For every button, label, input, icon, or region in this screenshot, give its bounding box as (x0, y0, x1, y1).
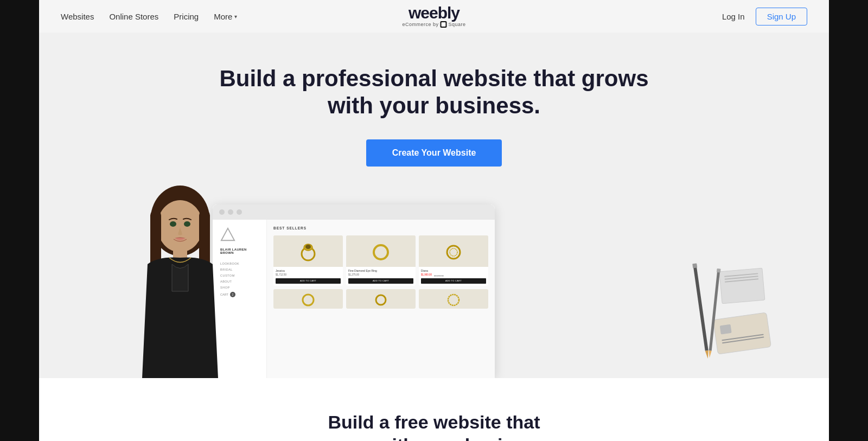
svg-marker-21 (708, 350, 711, 357)
svg-rect-17 (693, 264, 709, 350)
product-name-diana: Diana (421, 269, 486, 272)
main-wrapper: Websites Online Stores Pricing More ▾ we… (39, 0, 829, 441)
product-img-ring (346, 235, 416, 267)
lower-title-line1: Build a free website that (328, 412, 540, 432)
navbar: Websites Online Stores Pricing More ▾ we… (39, 0, 829, 33)
svg-point-5 (170, 221, 176, 227)
add-to-cart-ring: ADD TO CART (348, 278, 413, 284)
product-card-jessica: Jessica $1,712.50 ADD TO CART (273, 235, 343, 286)
svg-rect-20 (709, 270, 720, 351)
mockup-content: BEST SELLERS (267, 220, 495, 378)
svg-point-12 (447, 246, 460, 259)
hero-visuals: BLAIR LAUREN BROWN LOOKBOOK BRIDAL CUSTO… (61, 194, 807, 378)
login-button[interactable]: Log In (722, 12, 745, 21)
hero-title-line1: Build a professional website that grows (219, 66, 648, 91)
nav-more-label: More (214, 12, 232, 21)
product-name-jessica: Jessica (276, 269, 341, 272)
add-to-cart-jessica: ADD TO CART (276, 278, 341, 284)
lower-section: Build a free website that grows with you… (39, 378, 829, 441)
logo-square-text: Square (449, 22, 466, 27)
chevron-down-icon: ▾ (234, 14, 237, 20)
product-card-r2-3 (419, 289, 488, 309)
product-card-r2-1 (273, 289, 343, 309)
svg-rect-19 (692, 263, 697, 268)
nav-right: Log In Sign Up (722, 8, 807, 25)
product-info-jessica: Jessica $1,712.50 ADD TO CART (273, 267, 343, 286)
product-img-jessica (273, 235, 343, 267)
nav-item-websites[interactable]: Websites (61, 12, 94, 21)
svg-point-10 (305, 245, 311, 249)
nav-left: Websites Online Stores Pricing More ▾ (61, 12, 237, 21)
svg-point-14 (303, 295, 314, 305)
signup-button[interactable]: Sign Up (756, 8, 807, 25)
deco-right (677, 259, 764, 367)
product-grid: Jessica $1,712.50 ADD TO CART (273, 235, 488, 286)
lower-title: Build a free website that grows with you… (61, 411, 807, 441)
logo-text: weebly (409, 5, 459, 21)
mockup-titlebar (213, 204, 495, 220)
svg-point-1 (157, 200, 203, 252)
product-card-r2-2 (346, 289, 416, 309)
product-card-diana: Diana $1,900.00 $3,299.00 ADD TO CART (419, 235, 488, 286)
nav-item-more[interactable]: More ▾ (214, 12, 237, 21)
product-info-ring: Fine Diamond Eye Ring $1,275.00 ADD TO C… (346, 267, 416, 286)
product-price-jessica: $1,712.50 (276, 273, 341, 276)
hero-title: Build a professional website that grows … (61, 65, 807, 120)
titlebar-dot-3 (237, 209, 242, 215)
svg-point-11 (374, 245, 388, 259)
nav-item-pricing[interactable]: Pricing (174, 12, 199, 21)
hero-cta-area: Create Your Website (61, 139, 807, 167)
svg-point-6 (184, 221, 190, 227)
nav-logo[interactable]: weebly eCommerce by Square (402, 5, 465, 28)
hero-title-line2: with your business. (328, 93, 540, 118)
mockup-body: BLAIR LAUREN BROWN LOOKBOOK BRIDAL CUSTO… (213, 220, 495, 378)
product-name-ring: Fine Diamond Eye Ring (348, 269, 413, 272)
svg-point-15 (376, 295, 386, 305)
website-mockup: BLAIR LAUREN BROWN LOOKBOOK BRIDAL CUSTO… (213, 204, 495, 378)
product-img-diana (419, 235, 488, 267)
product-row-2 (273, 289, 488, 309)
product-price-sale-diana: $1,900.00 (421, 273, 432, 276)
add-to-cart-diana: ADD TO CART (421, 278, 486, 284)
svg-rect-22 (717, 269, 721, 273)
product-price-orig-diana: $3,299.00 (434, 274, 444, 277)
lower-title-line2: grows with your business. (318, 434, 550, 441)
product-card-ring: Fine Diamond Eye Ring $1,275.00 ADD TO C… (346, 235, 416, 286)
svg-marker-18 (705, 350, 710, 359)
create-website-button[interactable]: Create Your Website (366, 139, 502, 167)
hero-section: Build a professional website that grows … (39, 33, 829, 378)
nav-item-online-stores[interactable]: Online Stores (109, 12, 158, 21)
best-sellers-title: BEST SELLERS (273, 226, 488, 230)
person-image (126, 172, 234, 378)
svg-point-13 (450, 248, 457, 256)
square-icon (441, 21, 447, 28)
product-price-ring: $1,275.00 (348, 273, 413, 276)
logo-sub-text: eCommerce by (402, 22, 438, 27)
svg-point-16 (448, 295, 459, 305)
product-info-diana: Diana $1,900.00 $3,299.00 ADD TO CART (419, 267, 488, 286)
side-bar-right (829, 0, 868, 441)
logo-sub: eCommerce by Square (402, 21, 465, 28)
side-bar-left (0, 0, 39, 441)
